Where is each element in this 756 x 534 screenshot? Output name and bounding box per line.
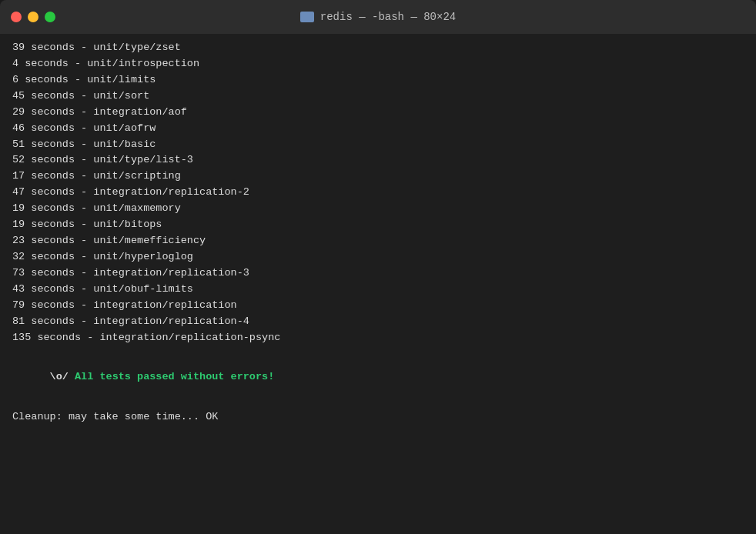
backslash-o-prefix: \o/: [50, 371, 69, 382]
cleanup-line: Cleanup: may take some time... OK: [12, 409, 744, 426]
terminal-line: 19 seconds - unit/bitops: [12, 217, 744, 233]
close-button[interactable]: [11, 12, 22, 22]
terminal-line: 4 seconds - unit/introspection: [12, 56, 744, 72]
maximize-button[interactable]: [45, 12, 55, 22]
success-line: \o/ All tests passed without errors!: [12, 354, 744, 402]
terminal-line: 6 seconds - unit/limits: [12, 72, 744, 88]
window-title: redis — -bash — 80×24: [300, 11, 456, 23]
terminal-line: 23 seconds - unit/memefficiency: [12, 233, 744, 249]
terminal-line: 32 seconds - unit/hyperloglog: [12, 249, 744, 265]
traffic-lights: [11, 12, 55, 22]
terminal-line: 45 seconds - unit/sort: [12, 88, 744, 105]
terminal-line: 52 seconds - unit/type/list-3: [12, 152, 744, 169]
folder-icon: [300, 12, 314, 22]
window: redis — -bash — 80×24 39 seconds - unit/…: [0, 0, 756, 534]
terminal-line: 46 seconds - unit/aofrw: [12, 121, 744, 137]
terminal-line: 79 seconds - integration/replication: [12, 298, 744, 314]
terminal-line: 19 seconds - unit/maxmemory: [12, 201, 744, 217]
terminal-line: 29 seconds - integration/aof: [12, 105, 744, 121]
terminal-body[interactable]: 39 seconds - unit/type/zset4 seconds - u…: [0, 34, 756, 534]
terminal-line: 135 seconds - integration/replication-ps…: [12, 330, 744, 346]
terminal-line: 39 seconds - unit/type/zset: [12, 40, 744, 56]
terminal-line: 17 seconds - unit/scripting: [12, 169, 744, 185]
terminal-line: 43 seconds - unit/obuf-limits: [12, 282, 744, 298]
terminal-line: 73 seconds - integration/replication-3: [12, 265, 744, 282]
success-message: All tests passed without errors!: [69, 371, 274, 382]
terminal-line: 81 seconds - integration/replication-4: [12, 314, 744, 330]
terminal-line: 47 seconds - integration/replication-2: [12, 185, 744, 201]
title-bar: redis — -bash — 80×24: [0, 0, 756, 34]
terminal-output: 39 seconds - unit/type/zset4 seconds - u…: [12, 40, 744, 346]
minimize-button[interactable]: [28, 12, 38, 22]
terminal-line: 51 seconds - unit/basic: [12, 137, 744, 153]
